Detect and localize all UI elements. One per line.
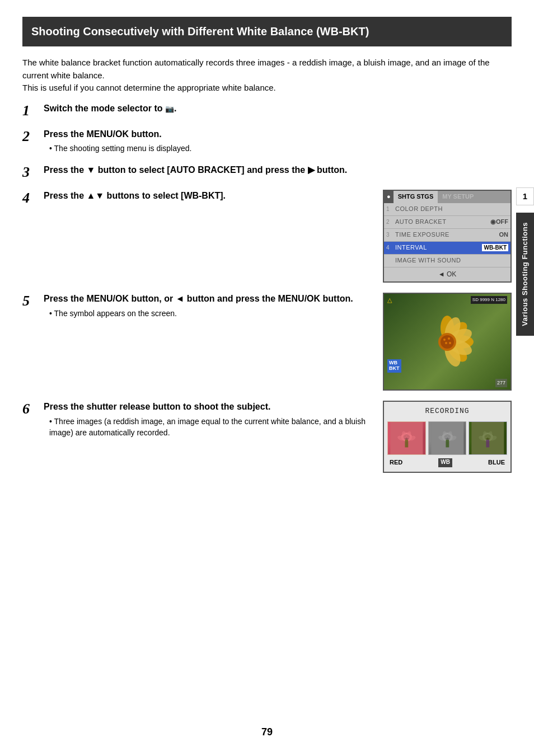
cam-hud-wbbkt-badge: WBBKT — [387, 359, 401, 373]
step-5-title: Press the MENU/OK button, or ◄ button an… — [44, 293, 372, 305]
menu-row-2: 2 AUTO BRACKET ◉OFF — [384, 216, 510, 229]
step-4-row: 4 Press the ▲▼ buttons to select [WB-BKT… — [22, 190, 512, 283]
step-5-row: 5 Press the MENU/OK button, or ◄ button … — [22, 293, 512, 391]
step-6-number: 6 — [22, 402, 44, 416]
page-number: 79 — [261, 725, 273, 739]
step-6-sub: Three images (a reddish image, an image … — [44, 416, 372, 439]
step-6-title: Press the shutter release button to shoo… — [44, 401, 372, 413]
step-6-row: 6 Press the shutter release button to sh… — [22, 401, 512, 473]
svg-point-9 — [441, 335, 454, 349]
rec-img-red-svg — [388, 422, 425, 454]
rec-label-red: RED — [390, 458, 402, 467]
sidebar-tab: Various Shooting Functions — [516, 213, 534, 336]
menu-tab-setup: MY SETUP — [438, 191, 478, 203]
step-3-title: Press the ▼ button to select [AUTO BRACK… — [44, 164, 512, 176]
step-3-number: 3 — [22, 165, 44, 180]
step-5: 5 Press the MENU/OK button, or ◄ button … — [22, 293, 372, 319]
step-4-content: Press the ▲▼ buttons to select [WB-BKT]. — [44, 190, 372, 202]
step-5-sub: The symbol appears on the screen. — [44, 308, 372, 319]
menu-row-3: 3 TIME EXPOSURE ON — [384, 229, 510, 242]
rec-img-neutral — [428, 421, 467, 455]
recording-labels: RED WB BLUE — [387, 458, 507, 467]
menu-tabs: ● SHTG STGS MY SETUP — [384, 191, 510, 203]
cam-hud-battery: △ — [387, 296, 392, 305]
intro-text: The white balance bracket function autom… — [22, 57, 512, 95]
step-2-number: 2 — [22, 129, 44, 144]
menu-ok: ◄ OK — [384, 267, 510, 281]
step-6-recording: RECORDING — [383, 401, 512, 473]
step-2-sub: The shooting setting menu is displayed. — [44, 143, 512, 154]
rec-label-wb: WB — [438, 458, 452, 467]
rec-img-blue-svg — [469, 422, 507, 454]
step-1-title: Switch the mode selector to 📷. — [44, 102, 512, 115]
step-2-content: Press the MENU/OK button. The shooting s… — [44, 128, 512, 154]
camera-preview-inner — [384, 294, 510, 389]
sidebar-number: 1 — [516, 187, 534, 205]
menu-screen: ● SHTG STGS MY SETUP 1 COLOR DEPTH 2 AUT… — [383, 190, 512, 283]
step-6-left: 6 Press the shutter release button to sh… — [22, 401, 372, 473]
step-1-content: Switch the mode selector to 📷. — [44, 102, 512, 115]
step-1-number: 1 — [22, 104, 44, 118]
cam-hud-counter: 277 — [495, 379, 507, 387]
step-4-title: Press the ▲▼ buttons to select [WB-BKT]. — [44, 190, 372, 202]
svg-point-11 — [448, 337, 450, 340]
cam-hud-storage: SD 9999 N 1280 — [471, 296, 507, 304]
svg-rect-29 — [446, 440, 449, 448]
menu-row-1: 1 COLOR DEPTH — [384, 203, 510, 216]
step-5-content: Press the MENU/OK button, or ◄ button an… — [44, 293, 372, 319]
step-4-number: 4 — [22, 191, 44, 205]
recording-screen: RECORDING — [383, 401, 512, 473]
step-6-content: Press the shutter release button to shoo… — [44, 401, 372, 438]
flower-image — [414, 308, 481, 375]
svg-rect-21 — [405, 440, 408, 448]
page-header: Shooting Consecutively with Different Wh… — [22, 17, 512, 46]
step-2: 2 Press the MENU/OK button. The shooting… — [22, 128, 512, 154]
menu-row-4: 4 INTERVAL WB-BKT — [384, 242, 510, 255]
rec-img-red — [387, 421, 426, 455]
step-5-preview: △ SD 9999 N 1280 WBBKT 277 — [383, 293, 512, 391]
step-4: 4 Press the ▲▼ buttons to select [WB-BKT… — [22, 190, 372, 205]
camera-preview: △ SD 9999 N 1280 WBBKT 277 — [383, 293, 512, 391]
step-2-title: Press the MENU/OK button. — [44, 128, 512, 140]
sidebar-tab-label: Various Shooting Functions — [520, 222, 531, 326]
menu-row-5: IMAGE WITH SOUND — [384, 255, 510, 267]
step-3: 3 Press the ▼ button to select [AUTO BRA… — [22, 164, 512, 180]
intro-line1: The white balance bracket function autom… — [22, 58, 490, 80]
step-5-number: 5 — [22, 294, 44, 308]
step-5-left: 5 Press the MENU/OK button, or ◄ button … — [22, 293, 372, 391]
menu-tab-shtg: SHTG STGS — [394, 191, 438, 203]
step-4-menu: ● SHTG STGS MY SETUP 1 COLOR DEPTH 2 AUT… — [383, 190, 512, 283]
step-4-left: 4 Press the ▲▼ buttons to select [WB-BKT… — [22, 190, 372, 283]
page-header-title: Shooting Consecutively with Different Wh… — [31, 25, 369, 37]
step-6: 6 Press the shutter release button to sh… — [22, 401, 372, 438]
intro-line2: This is useful if you cannot determine t… — [22, 83, 276, 92]
menu-body: 1 COLOR DEPTH 2 AUTO BRACKET ◉OFF 3 TIME… — [384, 203, 510, 267]
step-3-content: Press the ▼ button to select [AUTO BRACK… — [44, 164, 512, 176]
rec-label-blue: BLUE — [488, 458, 505, 467]
menu-camera-icon: ● — [384, 191, 394, 203]
svg-point-10 — [443, 339, 446, 341]
svg-point-13 — [449, 342, 451, 344]
recording-title: RECORDING — [387, 406, 507, 417]
recording-images — [387, 421, 507, 455]
svg-point-12 — [445, 342, 447, 344]
rec-img-blue — [469, 421, 507, 455]
svg-rect-37 — [486, 440, 490, 448]
step-1: 1 Switch the mode selector to 📷. — [22, 102, 512, 118]
rec-img-neutral-svg — [429, 422, 466, 454]
